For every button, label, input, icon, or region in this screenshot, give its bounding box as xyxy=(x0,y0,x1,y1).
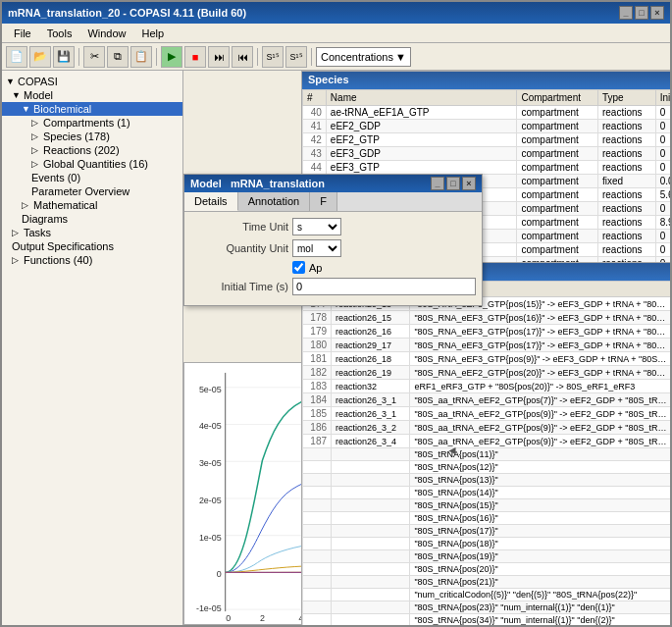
model-minimize-btn[interactable]: _ xyxy=(431,177,444,190)
sidebar-item-parameter-overview[interactable]: Parameter Overview xyxy=(2,184,182,198)
table-row[interactable]: 186 reaction26_3_2 "80S_aa_tRNA_eEF2_GTP… xyxy=(303,421,671,435)
row-reaction: "80S_tRNA{pos(23)}" "num_internal{(1)}" … xyxy=(410,601,670,614)
time-unit-select[interactable]: s min h xyxy=(292,218,341,235)
row-num: 184 xyxy=(303,393,332,407)
table-row[interactable]: "80S_tRNA{pos(15)}" Mass action (reversi… xyxy=(303,499,671,512)
row-compartment: compartment xyxy=(517,147,598,161)
col-initial-conc[interactable]: Initial Concentr... (mol/l) xyxy=(655,90,670,106)
table-row[interactable]: 40 ae-tRNA_eEF1A_GTP compartment reactio… xyxy=(303,106,671,120)
table-row[interactable]: 179 reaction26_16 "80S_RNA_eEF3_GTP{pos(… xyxy=(303,325,671,339)
svg-text:2: 2 xyxy=(260,613,265,623)
reactions-table-scroll[interactable]: # Name Reaction Rate Law 177 reaction29_… xyxy=(302,281,670,625)
table-row[interactable]: 185 reaction26_3_1 "80S_aa_tRNA_eEF2_GTP… xyxy=(303,407,671,421)
table-row[interactable]: "80S_tRNA{pos(13)}" Mass action (reversi… xyxy=(303,474,671,487)
menu-window[interactable]: Window xyxy=(79,26,133,41)
new-button[interactable]: 📄 xyxy=(6,46,27,68)
concentration-dropdown[interactable]: Concentrations ▼ xyxy=(316,47,411,67)
s15-button[interactable]: S¹⁵ xyxy=(262,46,284,68)
sidebar-item-model[interactable]: ▼ Model xyxy=(2,88,182,102)
sidebar-item-events[interactable]: Events (0) xyxy=(2,171,182,184)
step-fwd-button[interactable]: ⏭ xyxy=(208,46,230,68)
cut-button[interactable]: ✂ xyxy=(83,46,105,68)
row-reaction: eRF1_eRF3_GTP + "80S{pos(20)}" -> 80S_eR… xyxy=(410,380,670,393)
row-name xyxy=(332,525,410,538)
sidebar-item-biochemical[interactable]: ▼ Biochemical xyxy=(2,102,182,116)
svg-text:2e-05: 2e-05 xyxy=(199,496,222,505)
stop-button[interactable]: ■ xyxy=(184,46,206,68)
table-row[interactable]: 180 reaction29_17 "80S_RNA_eEF3_GTP{pos(… xyxy=(303,339,671,352)
sidebar-item-tasks[interactable]: ▷ Tasks xyxy=(2,226,182,239)
math-icon: ▷ xyxy=(22,200,31,210)
open-button[interactable]: 📂 xyxy=(29,46,51,68)
table-row[interactable]: 182 reaction26_19 "80S_RNA_eEF2_GTP{pos(… xyxy=(303,366,671,380)
model-panel-controls: _ □ × xyxy=(431,177,476,190)
table-row[interactable]: "80S_tRNA{pos(14)}" Mass action (reversi… xyxy=(303,487,671,499)
table-row[interactable]: 187 reaction26_3_4 "80S_aa_tRNA_eEF2_GTP… xyxy=(303,435,671,448)
sidebar-item-compartments[interactable]: ▷ Compartments (1) xyxy=(2,116,182,130)
copy-button[interactable]: ⧉ xyxy=(107,46,129,68)
table-row[interactable]: 41 eEF2_GDP compartment reactions 0 xyxy=(303,120,671,133)
table-row[interactable]: "80S_tRNA{pos(17)}" Mass action (reversi… xyxy=(303,525,671,538)
menu-help[interactable]: Help xyxy=(134,26,173,41)
menu-tools[interactable]: Tools xyxy=(39,26,80,41)
row-name xyxy=(332,563,410,576)
menu-file[interactable]: File xyxy=(6,26,39,41)
model-max-btn[interactable]: □ xyxy=(446,177,460,190)
sidebar-item-copasi[interactable]: ▼ COPASI xyxy=(2,75,182,88)
sidebar-item-output-specifications[interactable]: Output Specifications xyxy=(2,239,182,253)
table-row[interactable]: "80S_tRNA{pos(19)}" Mass action (reversi… xyxy=(303,550,671,563)
run-button[interactable]: ▶ xyxy=(161,46,182,68)
table-row[interactable]: "80S_tRNA{pos(16)}" Mass action (reversi… xyxy=(303,512,671,525)
row-num xyxy=(303,538,332,550)
initial-time-input[interactable] xyxy=(292,278,476,295)
col-compartment[interactable]: Compartment xyxy=(517,90,598,106)
table-row[interactable]: 184 reaction26_3_1 "80S_aa_tRNA_eEF2_GTP… xyxy=(303,393,671,407)
tasks-label: Tasks xyxy=(24,227,51,238)
svg-text:0: 0 xyxy=(217,569,222,579)
table-row[interactable]: "80S_tRNA{pos(21)}" Mass action (reversi… xyxy=(303,576,671,589)
ap-checkbox[interactable] xyxy=(292,261,305,274)
maximize-button[interactable]: □ xyxy=(635,6,648,20)
toolbar-sep-1 xyxy=(78,48,79,66)
sidebar-item-species[interactable]: ▷ Species (178) xyxy=(2,130,182,143)
table-row[interactable]: "80S_tRNA{pos(12)}" Mass action (reversi… xyxy=(303,461,671,474)
tab-annotation[interactable]: Annotation xyxy=(238,192,311,211)
compartments-label: Compartments (1) xyxy=(43,117,130,129)
s15b-button[interactable]: S¹⁵ xyxy=(285,46,307,68)
row-type: reactions xyxy=(597,230,655,243)
minimize-button[interactable]: _ xyxy=(619,6,633,20)
table-row[interactable]: "num_criticalCodon{(5)}" "den{(5)}" "80S… xyxy=(303,589,671,601)
tab-f[interactable]: F xyxy=(310,192,337,211)
table-row[interactable]: "80S_tRNA{pos(20)}" Mass action (reversi… xyxy=(303,563,671,576)
sidebar-item-functions[interactable]: ▷ Functions (40) xyxy=(2,253,182,267)
col-type[interactable]: Type xyxy=(597,90,655,106)
sidebar-item-diagrams[interactable]: Diagrams xyxy=(2,212,182,226)
table-row[interactable]: 183 reaction32 eRF1_eRF3_GTP + "80S{pos(… xyxy=(303,380,671,393)
svg-text:3e-05: 3e-05 xyxy=(199,458,222,468)
table-row[interactable]: "80S_tRNA{pos(23)}" "num_internal{(1)}" … xyxy=(303,601,671,614)
step-back-button[interactable]: ⏮ xyxy=(232,46,253,68)
row-compartment: compartment xyxy=(517,188,598,202)
table-row[interactable]: "80S_tRNA{pos(11)}" Mass action (reversi… xyxy=(303,448,671,461)
table-row[interactable]: 178 reaction26_15 "80S_RNA_eEF3_GTP{pos(… xyxy=(303,311,671,325)
table-row[interactable]: 44 eEF3_GTP compartment reactions 0 xyxy=(303,161,671,175)
collapse-arrow[interactable]: ◄ xyxy=(446,444,458,457)
time-unit-label: Time Unit xyxy=(190,221,288,233)
save-button[interactable]: 💾 xyxy=(53,46,75,68)
quantity-unit-select[interactable]: mol mmol xyxy=(292,239,341,257)
table-row[interactable]: "80S_tRNA{pos(18)}" Mass action (reversi… xyxy=(303,538,671,550)
table-row[interactable]: "80S_tRNA{pos(34)}" "num_internal{(1)}" … xyxy=(303,614,671,626)
sidebar-item-global-quantities[interactable]: ▷ Global Quantities (16) xyxy=(2,157,182,171)
table-row[interactable]: 43 eEF3_GDP compartment reactions 0 xyxy=(303,147,671,161)
table-row[interactable]: 42 eEF2_GTP compartment reactions 0 xyxy=(303,133,671,147)
sidebar-item-mathematical[interactable]: ▷ Mathematical xyxy=(2,198,182,212)
col-num[interactable]: # xyxy=(303,90,327,106)
col-name[interactable]: Name xyxy=(326,90,517,106)
close-button[interactable]: × xyxy=(650,6,664,20)
model-close-btn[interactable]: × xyxy=(462,177,476,190)
tab-details[interactable]: Details xyxy=(184,192,238,211)
row-name: reaction26_3_1 xyxy=(332,407,410,421)
table-row[interactable]: 181 reaction26_18 "80S_RNA_eEF3_GTP{pos(… xyxy=(303,352,671,366)
paste-button[interactable]: 📋 xyxy=(130,46,152,68)
sidebar-item-reactions[interactable]: ▷ Reactions (202) xyxy=(2,143,182,157)
